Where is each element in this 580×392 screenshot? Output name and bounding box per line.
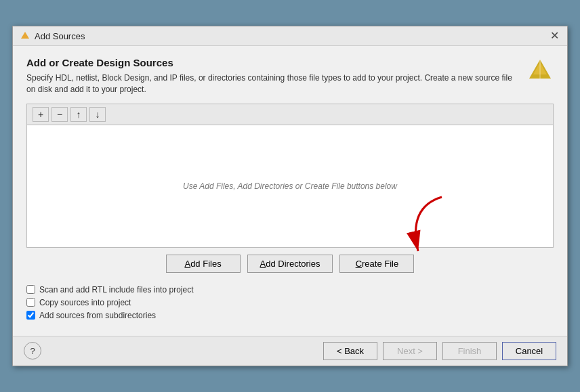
title-bar-left: Add Sources [20, 30, 85, 41]
copy-sources-option[interactable]: Copy sources into project [26, 298, 554, 307]
dialog-body: Add or Create Design Sources Specify HDL… [13, 46, 567, 336]
file-panel-toolbar: + − ↑ ↓ [27, 104, 553, 125]
next-button[interactable]: Next > [383, 342, 437, 360]
close-button[interactable]: ✕ [549, 30, 560, 41]
options-section: Scan and add RTL include files into proj… [26, 282, 554, 329]
copy-sources-label: Copy sources into project [39, 298, 131, 307]
back-button[interactable]: < Back [323, 342, 377, 360]
footer-left: ? [24, 342, 41, 360]
action-buttons-row: Add Files Add Directories Create File [26, 255, 554, 273]
cancel-button[interactable]: Cancel [502, 342, 556, 360]
remove-file-toolbar-button[interactable]: − [51, 107, 68, 122]
finish-label: Finish [458, 346, 482, 356]
add-sources-dialog: Add Sources ✕ Add or Create Design Sourc… [12, 26, 568, 366]
main-subtitle: Specify HDL, netlist, Block Design, and … [26, 72, 520, 95]
add-file-toolbar-button[interactable]: + [33, 107, 49, 122]
next-label: Next > [397, 346, 423, 356]
main-title: Add or Create Design Sources [26, 57, 520, 68]
finish-button[interactable]: Finish [442, 342, 497, 360]
copy-sources-checkbox[interactable] [26, 298, 35, 307]
add-subdirs-option[interactable]: Add sources from subdirectories [26, 311, 554, 320]
move-down-toolbar-button[interactable]: ↓ [89, 107, 106, 122]
title-bar: Add Sources ✕ [13, 26, 567, 46]
dialog-icon [20, 30, 30, 41]
help-button[interactable]: ? [24, 342, 41, 360]
vivado-logo [526, 57, 554, 84]
empty-message: Use Add Files, Add Directories or Create… [183, 181, 397, 191]
dialog-footer: ? < Back Next > Finish Cancel [13, 336, 567, 366]
help-label: ? [30, 346, 35, 356]
scan-rtl-checkbox[interactable] [26, 285, 35, 294]
header-text: Add or Create Design Sources Specify HDL… [26, 57, 520, 95]
footer-right: < Back Next > Finish Cancel [323, 342, 556, 360]
dialog-header: Add or Create Design Sources Specify HDL… [26, 57, 554, 95]
dialog-title-text: Add Sources [35, 31, 85, 41]
file-panel-content: Use Add Files, Add Directories or Create… [27, 125, 553, 247]
add-directories-button[interactable]: Add Directories [247, 255, 333, 273]
add-files-button[interactable]: Add Files [166, 255, 241, 273]
add-subdirs-label: Add sources from subdirectories [39, 311, 156, 320]
add-subdirs-checkbox[interactable] [26, 311, 35, 320]
back-label: < Back [337, 346, 364, 356]
cancel-label: Cancel [516, 346, 543, 356]
svg-marker-0 [21, 32, 29, 39]
file-panel: + − ↑ ↓ Use Add Files, Add Directories o… [26, 104, 554, 248]
scan-rtl-label: Scan and add RTL include files into proj… [39, 285, 193, 295]
scan-rtl-option[interactable]: Scan and add RTL include files into proj… [26, 285, 554, 295]
move-up-toolbar-button[interactable]: ↑ [70, 107, 87, 122]
create-file-button[interactable]: Create File [339, 255, 414, 273]
